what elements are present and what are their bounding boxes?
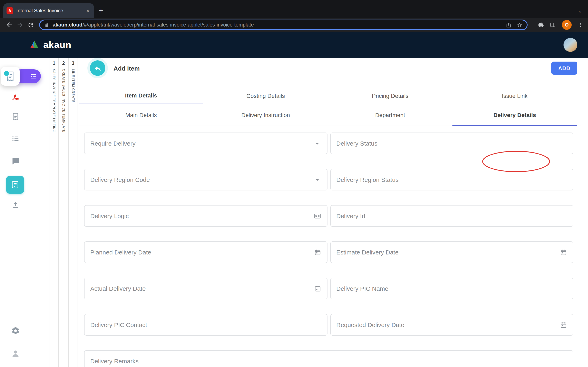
field-delivery-logic[interactable]: Delivery Logic: [84, 205, 327, 227]
field-actual-delivery-date[interactable]: Actual Delivery Date: [84, 278, 327, 299]
wizard-steps-rail: 1 SALES INVOICE TEMPLATE LISTING 2 CREAT…: [49, 58, 78, 367]
back-arrow-icon: [94, 64, 102, 72]
field-label: Actual Delivery Date: [90, 285, 314, 292]
contact-card-icon[interactable]: [313, 212, 321, 220]
delivery-details-form: Require Delivery Delivery Status Deliver…: [84, 133, 573, 367]
field-delivery-remarks[interactable]: Delivery Remarks: [84, 350, 573, 367]
chevron-down-icon[interactable]: [313, 139, 321, 147]
field-delivery-id[interactable]: Delivery Id: [330, 205, 573, 227]
tab-item-details[interactable]: Item Details: [79, 87, 203, 104]
step-3[interactable]: 3 LINE ITEM CREATE: [68, 58, 78, 367]
teal-dot-icon: [3, 70, 10, 77]
person-icon[interactable]: [11, 349, 20, 358]
lock-icon: [44, 22, 49, 27]
tab-bar: Item Details Costing Details Pricing Det…: [79, 87, 581, 104]
tab-issue-link[interactable]: Issue Link: [452, 87, 577, 104]
calendar-icon[interactable]: [314, 285, 321, 292]
upload-icon[interactable]: [11, 201, 20, 210]
url-text: akaun.cloud/#/applet/tnt/wavelet/erp/int…: [53, 22, 501, 28]
sidebar-item-active-applet[interactable]: [6, 176, 24, 194]
new-tab-button[interactable]: +: [99, 7, 103, 14]
field-label: Delivery Region Code: [90, 176, 313, 183]
tab-title: Internal Sales Invoice: [16, 8, 85, 13]
field-delivery-region-code[interactable]: Delivery Region Code: [84, 169, 327, 191]
step-label: LINE ITEM CREATE: [71, 69, 75, 103]
calendar-icon[interactable]: [560, 249, 567, 256]
invoice-document-icon[interactable]: [11, 112, 20, 121]
share-icon[interactable]: [506, 22, 512, 28]
extensions-puzzle-icon[interactable]: [537, 22, 544, 28]
field-label: Delivery Status: [336, 140, 567, 147]
field-planned-delivery-date[interactable]: Planned Delivery Date: [84, 242, 327, 263]
browser-toolbar: akaun.cloud/#/applet/tnt/wavelet/erp/int…: [0, 18, 588, 32]
browser-profile-avatar[interactable]: O: [562, 20, 572, 30]
step-number: 2: [62, 60, 65, 66]
app-header: akaun: [0, 32, 588, 58]
menu-kebab-icon[interactable]: [577, 22, 584, 28]
url-domain: akaun.cloud: [53, 22, 82, 28]
indent-list-icon: [30, 73, 37, 80]
ledger-icon: [10, 180, 20, 190]
page-title: Add Item: [113, 65, 140, 72]
subtab-main-details[interactable]: Main Details: [79, 104, 203, 125]
user-avatar[interactable]: [563, 38, 577, 52]
back-button[interactable]: [90, 60, 105, 76]
field-label: Delivery PIC Name: [336, 285, 567, 292]
field-label: Estimate Delivery Date: [336, 249, 560, 256]
field-delivery-pic-contact[interactable]: Delivery PIC Contact: [84, 314, 327, 336]
tab-close-icon[interactable]: ×: [85, 8, 91, 14]
field-delivery-status[interactable]: Delivery Status: [330, 133, 573, 154]
back-icon[interactable]: [4, 20, 15, 30]
browser-tab-strip: A Internal Sales Invoice × + ⌄: [0, 0, 588, 18]
settings-gear-icon[interactable]: [11, 326, 20, 335]
field-label: Delivery PIC Contact: [90, 321, 321, 328]
subtab-department[interactable]: Department: [328, 104, 452, 125]
field-estimate-delivery-date[interactable]: Estimate Delivery Date: [330, 242, 573, 263]
side-panel-icon[interactable]: [550, 22, 556, 28]
url-bar[interactable]: akaun.cloud/#/applet/tnt/wavelet/erp/int…: [39, 20, 527, 30]
calendar-icon[interactable]: [560, 321, 567, 328]
field-requested-delivery-date[interactable]: Requested Delivery Date: [330, 314, 573, 336]
floating-widget[interactable]: [1, 65, 42, 87]
tab-pricing-details[interactable]: Pricing Details: [328, 87, 452, 104]
field-label: Delivery Id: [336, 212, 567, 219]
field-label: Planned Delivery Date: [90, 249, 314, 256]
list-icon[interactable]: [11, 134, 20, 143]
chat-icon[interactable]: [11, 157, 20, 166]
field-require-delivery[interactable]: Require Delivery: [84, 133, 327, 154]
step-number: 1: [53, 60, 55, 66]
subtab-delivery-instruction[interactable]: Delivery Instruction: [203, 104, 328, 125]
widget-card[interactable]: [1, 67, 20, 86]
url-path: /#/applet/tnt/wavelet/erp/internal-sales…: [82, 22, 254, 28]
forward-icon[interactable]: [15, 20, 25, 30]
field-label: Delivery Logic: [90, 212, 313, 219]
reload-icon[interactable]: [25, 20, 36, 30]
akaun-logo[interactable]: akaun: [29, 39, 71, 50]
browser-tab[interactable]: A Internal Sales Invoice ×: [3, 3, 94, 18]
pdf-icon[interactable]: [10, 92, 20, 102]
step-label: SALES INVOICE TEMPLATE LISTING: [52, 69, 56, 133]
step-label: CREATE SALES INVOICE TEMPLATE: [62, 69, 65, 133]
step-2[interactable]: 2 CREATE SALES INVOICE TEMPLATE: [59, 58, 68, 367]
step-1[interactable]: 1 SALES INVOICE TEMPLATE LISTING: [49, 58, 59, 367]
subtab-bar: Main Details Delivery Instruction Depart…: [79, 104, 581, 126]
field-delivery-pic-name[interactable]: Delivery PIC Name: [330, 278, 573, 299]
chevron-down-icon[interactable]: [313, 175, 321, 184]
field-label: Delivery Remarks: [90, 358, 567, 365]
field-label: Requested Delivery Date: [336, 321, 560, 328]
tab-search-chevron-icon[interactable]: ⌄: [578, 8, 582, 14]
brand-name: akaun: [43, 39, 71, 50]
tab-costing-details[interactable]: Costing Details: [203, 87, 328, 104]
subtab-delivery-details[interactable]: Delivery Details: [452, 104, 577, 126]
main-content: Add Item ADD Item Details Costing Detail…: [78, 58, 588, 367]
field-label: Delivery Region Status: [336, 176, 567, 183]
field-delivery-region-status[interactable]: Delivery Region Status: [330, 169, 573, 191]
calendar-icon[interactable]: [314, 249, 321, 256]
bookmark-star-icon[interactable]: [517, 22, 523, 28]
tab-favicon-icon: A: [7, 7, 13, 14]
page-body: 1 SALES INVOICE TEMPLATE LISTING 2 CREAT…: [0, 58, 588, 367]
step-number: 3: [72, 60, 74, 66]
screen: A Internal Sales Invoice × + ⌄ akaun.clo…: [0, 0, 588, 367]
app-sidebar: [0, 58, 31, 367]
add-button[interactable]: ADD: [551, 62, 577, 75]
